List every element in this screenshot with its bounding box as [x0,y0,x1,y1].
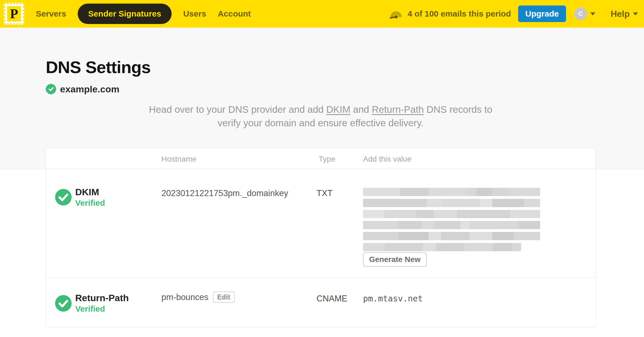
redacted-line [363,243,521,251]
dkim-hostname: 20230121221753pm._domainkey [161,188,288,198]
check-circle-icon [55,189,72,206]
redacted-line [363,199,540,207]
status-badge: Verified [75,304,105,314]
column-header-type: Type [319,155,335,164]
dkim-link[interactable]: DKIM [326,104,350,115]
return-path-record-type: CNAME [316,294,347,304]
record-name-return-path: Return-Path [75,293,129,303]
redacted-line [363,221,540,229]
avatar[interactable]: C [574,7,587,20]
record-name-dkim: DKIM [75,187,99,197]
instructions-text: and [350,104,372,115]
redacted-line [363,210,540,218]
return-path-hostname: pm-bounces [161,292,209,302]
redacted-line [363,232,540,240]
return-path-link[interactable]: Return-Path [372,104,424,115]
dns-instructions: Head over to your DNS provider and add D… [147,103,494,130]
nav-item-account[interactable]: Account [218,9,251,18]
dkim-record-type: TXT [316,188,333,198]
edit-button[interactable]: Edit [213,291,235,303]
page-title: DNS Settings [46,57,151,77]
account-menu[interactable]: C [574,7,595,20]
nav-item-sender-signatures[interactable]: Sender Signatures [78,4,172,24]
check-circle-icon [55,295,72,312]
help-menu[interactable]: Help [611,9,638,19]
status-badge: Verified [75,198,105,208]
email-usage-counter: 4 of 100 emails this period [408,9,511,18]
return-path-value: pm.mtasv.net [363,294,423,303]
generate-new-button[interactable]: Generate New [363,252,427,267]
domain-name: example.com [60,84,119,95]
chevron-down-icon [590,12,595,15]
dns-records-table: Hostname Type Add this value DKIM Verifi… [46,148,596,327]
column-header-value: Add this value [363,155,412,164]
logo-letter: P [10,7,18,20]
instructions-text: Head over to your DNS provider and add [149,104,326,115]
verified-domain: example.com [45,83,119,95]
chevron-down-icon [633,12,638,15]
verified-seal-icon [45,83,57,95]
postmark-logo[interactable]: P [4,3,24,25]
upgrade-button[interactable]: Upgrade [518,6,566,22]
nav-item-servers[interactable]: Servers [36,9,66,18]
usage-gauge-icon [389,9,403,19]
redacted-dkim-value [363,188,540,254]
nav-item-users[interactable]: Users [183,9,206,18]
help-label: Help [611,9,630,19]
redacted-line [363,188,540,196]
table-header-row: Hostname Type Add this value [46,148,596,169]
top-navigation-bar: P Servers Sender Signatures Users Accoun… [0,0,644,28]
row-divider [46,277,596,278]
column-header-hostname: Hostname [161,155,197,164]
postmark-stamp-icon: P [7,6,21,22]
